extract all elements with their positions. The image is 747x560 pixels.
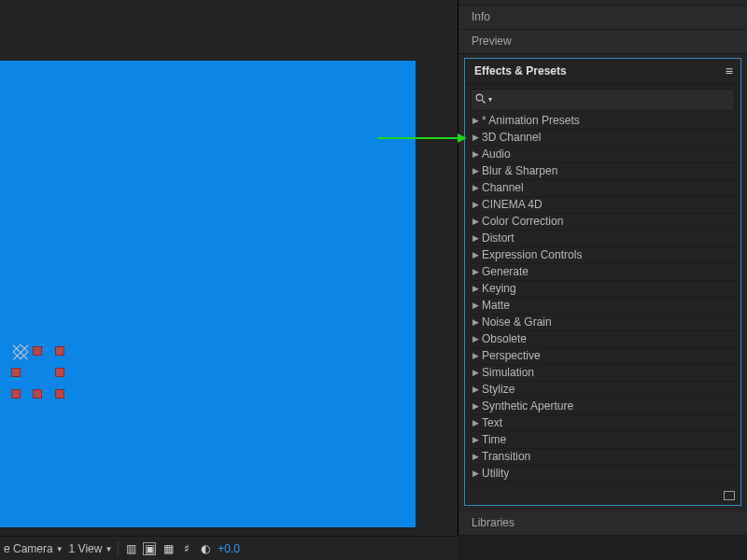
disclosure-triangle-icon[interactable]: ▶: [472, 247, 479, 263]
effects-category-item[interactable]: ▶Synthetic Aperture: [469, 399, 737, 415]
svg-line-1: [483, 100, 486, 103]
effects-category-item[interactable]: ▶Blur & Sharpen: [469, 163, 737, 180]
effects-search-input[interactable]: [496, 94, 730, 105]
effects-category-label: Transition: [482, 449, 530, 465]
effects-category-item[interactable]: ▶Distort: [469, 231, 737, 247]
camera-dropdown[interactable]: e Camera ▼: [4, 542, 63, 555]
disclosure-triangle-icon[interactable]: ▶: [472, 415, 479, 431]
effects-category-item[interactable]: ▶Time: [469, 432, 737, 449]
effects-category-item[interactable]: ▶Utility: [469, 466, 737, 483]
panel-menu-icon[interactable]: ≡: [726, 64, 733, 77]
disclosure-triangle-icon[interactable]: ▶: [472, 130, 479, 146]
effects-category-label: 3D Channel: [482, 130, 541, 146]
disclosure-triangle-icon[interactable]: ▶: [472, 264, 479, 280]
disclosure-triangle-icon[interactable]: ▶: [472, 231, 479, 246]
selection-handle[interactable]: [55, 346, 64, 356]
effects-tree: ▶* Animation Presets▶3D Channel▶Audio▶Bl…: [465, 113, 740, 486]
effects-category-item[interactable]: ▶Generate: [469, 264, 737, 281]
toggle-safe-zones-icon[interactable]: ▣: [143, 542, 156, 555]
effects-category-item[interactable]: ▶CINEMA 4D: [469, 197, 737, 214]
effects-category-item[interactable]: ▶Matte: [469, 298, 737, 315]
effects-presets-header[interactable]: Effects & Presets ≡: [465, 59, 740, 85]
effects-category-item[interactable]: ▶Simulation: [469, 365, 737, 382]
info-panel-tab[interactable]: Info: [458, 5, 747, 30]
composition-canvas[interactable]: [0, 61, 416, 527]
toggle-mask-icon[interactable]: ▦: [162, 542, 175, 555]
view-count-dropdown[interactable]: 1 View ▼: [69, 542, 113, 555]
toggle-grid-icon[interactable]: ♯: [180, 542, 193, 555]
effects-category-label: Synthetic Aperture: [482, 399, 573, 414]
camera-label: e Camera: [4, 542, 53, 555]
effects-category-item[interactable]: ▶Transition: [469, 449, 737, 466]
search-options-chevron-icon[interactable]: ▾: [488, 95, 492, 104]
disclosure-triangle-icon[interactable]: ▶: [472, 315, 479, 330]
selection-handle[interactable]: [11, 389, 21, 399]
effects-category-item[interactable]: ▶3D Channel: [469, 130, 737, 147]
effects-category-label: Generate: [482, 264, 529, 280]
search-icon: [475, 91, 486, 108]
selection-handle[interactable]: [55, 368, 64, 377]
exposure-value[interactable]: +0.0: [218, 542, 240, 555]
effects-category-label: Audio: [482, 147, 511, 162]
effects-category-label: Obsolete: [482, 331, 527, 347]
disclosure-triangle-icon[interactable]: ▶: [472, 163, 479, 179]
new-bin-icon[interactable]: [724, 491, 735, 500]
disclosure-triangle-icon[interactable]: ▶: [472, 298, 479, 314]
selection-handle[interactable]: [33, 346, 42, 356]
chevron-down-icon: ▼: [105, 545, 112, 553]
libraries-panel-tab[interactable]: Libraries: [458, 511, 747, 536]
effects-category-label: Matte: [482, 298, 510, 314]
disclosure-triangle-icon[interactable]: ▶: [472, 197, 479, 213]
annotation-arrow-head: [458, 133, 467, 143]
disclosure-triangle-icon[interactable]: ▶: [472, 449, 479, 465]
info-panel-label: Info: [472, 10, 490, 23]
effects-search-row[interactable]: ▾: [471, 89, 735, 111]
anchor-point-icon[interactable]: [13, 344, 29, 360]
disclosure-triangle-icon[interactable]: ▶: [472, 432, 479, 448]
preview-panel-tab[interactable]: Preview: [458, 30, 747, 54]
selection-handle[interactable]: [33, 389, 42, 399]
effects-category-item[interactable]: ▶Channel: [469, 180, 737, 197]
selection-handle[interactable]: [11, 368, 21, 377]
effects-category-label: Perspective: [482, 348, 541, 364]
separator: [118, 541, 119, 556]
effects-category-label: Channel: [482, 180, 524, 196]
disclosure-triangle-icon[interactable]: ▶: [472, 147, 479, 162]
effects-category-item[interactable]: ▶Audio: [469, 147, 737, 163]
viewer-bottom-bar: e Camera ▼ 1 View ▼ ▥ ▣ ▦ ♯ ◐ +0.0: [0, 536, 458, 560]
disclosure-triangle-icon[interactable]: ▶: [472, 399, 479, 414]
effects-category-label: Stylize: [482, 382, 514, 398]
disclosure-triangle-icon[interactable]: ▶: [472, 365, 479, 381]
disclosure-triangle-icon[interactable]: ▶: [472, 281, 479, 297]
effects-category-item[interactable]: ▶Stylize: [469, 382, 737, 399]
effects-category-item[interactable]: ▶Noise & Grain: [469, 315, 737, 331]
effects-category-item[interactable]: ▶Perspective: [469, 348, 737, 365]
disclosure-triangle-icon[interactable]: ▶: [472, 331, 479, 347]
effects-category-item[interactable]: ▶Obsolete: [469, 331, 737, 348]
effects-category-label: Blur & Sharpen: [482, 163, 557, 179]
effects-category-label: Text: [482, 415, 502, 431]
left-top-spacer: [0, 0, 458, 61]
effects-category-item[interactable]: ▶Color Correction: [469, 214, 737, 231]
effects-category-label: Expression Controls: [482, 247, 582, 263]
effects-category-label: * Animation Presets: [482, 113, 580, 129]
selection-handle[interactable]: [55, 389, 64, 399]
effects-category-label: Noise & Grain: [482, 315, 552, 330]
effects-category-item[interactable]: ▶Expression Controls: [469, 247, 737, 264]
disclosure-triangle-icon[interactable]: ▶: [472, 214, 479, 230]
effects-category-item[interactable]: ▶* Animation Presets: [469, 113, 737, 130]
effects-category-item[interactable]: ▶Text: [469, 415, 737, 432]
disclosure-triangle-icon[interactable]: ▶: [472, 466, 479, 482]
disclosure-triangle-icon[interactable]: ▶: [472, 348, 479, 364]
libraries-panel-label: Libraries: [472, 516, 514, 529]
disclosure-triangle-icon[interactable]: ▶: [472, 382, 479, 398]
effects-category-item[interactable]: ▶Keying: [469, 281, 737, 298]
toggle-transparency-icon[interactable]: ▥: [124, 542, 137, 555]
reset-exposure-icon[interactable]: ◐: [199, 542, 212, 555]
effects-category-label: Utility: [482, 466, 509, 482]
effects-category-label: CINEMA 4D: [482, 197, 543, 213]
disclosure-triangle-icon[interactable]: ▶: [472, 180, 479, 196]
composition-viewer[interactable]: [0, 61, 458, 536]
effects-category-label: Time: [482, 432, 506, 448]
disclosure-triangle-icon[interactable]: ▶: [472, 113, 479, 129]
